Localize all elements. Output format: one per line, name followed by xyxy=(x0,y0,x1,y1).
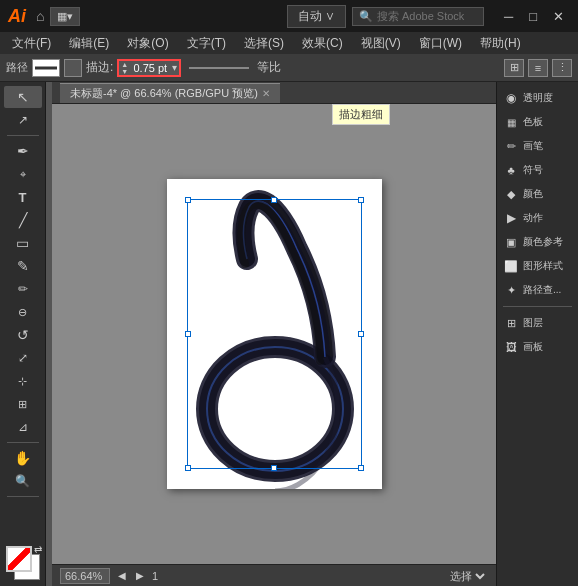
menu-text[interactable]: 文字(T) xyxy=(179,33,234,54)
select-mode[interactable]: 选择 xyxy=(446,569,488,583)
tool-paintbrush[interactable]: ✎ xyxy=(4,255,42,277)
handle-tm[interactable] xyxy=(271,197,277,203)
brush-label: 画笔 xyxy=(523,139,543,153)
panel-layers[interactable]: ⊞ 图层 xyxy=(497,311,578,335)
tool-shaper[interactable]: ⊹ xyxy=(4,370,42,392)
tool-symbol[interactable]: ⊞ xyxy=(4,393,42,415)
zoom-level[interactable]: 66.64% xyxy=(60,568,110,584)
swatches-label: 色板 xyxy=(523,115,543,129)
panel-artboards[interactable]: 🖼 画板 xyxy=(497,335,578,359)
maximize-button[interactable]: □ xyxy=(523,9,543,24)
menu-file[interactable]: 文件(F) xyxy=(4,33,59,54)
home-icon[interactable]: ⌂ xyxy=(36,8,44,24)
layers-label: 图层 xyxy=(523,316,543,330)
tool-line[interactable]: ╱ xyxy=(4,209,42,231)
swap-colors-icon[interactable]: ⇄ xyxy=(34,544,42,555)
panel-colorguide[interactable]: ▣ 颜色参考 xyxy=(497,230,578,254)
handle-ml[interactable] xyxy=(185,331,191,337)
artboard xyxy=(167,179,382,489)
color-boxes[interactable]: ⇄ xyxy=(4,544,42,582)
canvas-white[interactable] xyxy=(52,104,496,564)
handle-tr[interactable] xyxy=(358,197,364,203)
symbol-label: 符号 xyxy=(523,163,543,177)
stroke-label: 描边: xyxy=(86,59,113,76)
tool-eraser[interactable]: ⊖ xyxy=(4,301,42,323)
menu-select[interactable]: 选择(S) xyxy=(236,33,292,54)
minimize-button[interactable]: ─ xyxy=(498,9,519,24)
panel-color[interactable]: ◆ 颜色 xyxy=(497,182,578,206)
menu-view[interactable]: 视图(V) xyxy=(353,33,409,54)
canvas-area[interactable]: 未标题-4* @ 66.64% (RGB/GPU 预览) ✕ 描边粗细 xyxy=(52,82,496,586)
panel-transparency[interactable]: ◉ 透明度 xyxy=(497,86,578,110)
handle-mr[interactable] xyxy=(358,331,364,337)
zoom-up-arrow[interactable]: ▶ xyxy=(134,570,146,581)
brush-icon: ✏ xyxy=(503,138,519,154)
menu-window[interactable]: 窗口(W) xyxy=(411,33,470,54)
stroke-dropdown-arrow[interactable]: ▾ xyxy=(172,62,177,73)
doc-tab-close[interactable]: ✕ xyxy=(262,88,270,99)
line-style-preview xyxy=(189,67,249,69)
right-panel: ◉ 透明度 ▦ 色板 ✏ 画笔 ♣ 符号 ◆ 颜色 ▶ 动作 ▣ 颜色参考 ⬜ xyxy=(496,82,578,586)
fill-box[interactable] xyxy=(64,59,82,77)
number-six-svg xyxy=(167,179,382,489)
zoom-down-arrow[interactable]: ◀ xyxy=(116,570,128,581)
handle-br[interactable] xyxy=(358,465,364,471)
fill-color-box[interactable] xyxy=(6,546,32,572)
panel-pathfinder[interactable]: ✦ 路径查... xyxy=(497,278,578,302)
transparency-label: 透明度 xyxy=(523,91,553,105)
auto-dropdown[interactable]: 自动 ∨ xyxy=(287,5,346,28)
path-label: 路径 xyxy=(6,60,28,75)
tool-zoom[interactable]: 🔍 xyxy=(4,470,42,492)
panel-divider xyxy=(503,306,572,307)
tool-scale[interactable]: ⤢ xyxy=(4,347,42,369)
tool-hand[interactable]: ✋ xyxy=(4,447,42,469)
graphicstyle-label: 图形样式 xyxy=(523,259,563,273)
ai-logo: Ai xyxy=(8,6,26,27)
search-input[interactable] xyxy=(377,10,477,22)
equal-label: 等比 xyxy=(257,59,281,76)
page-number: 1 xyxy=(152,570,158,582)
panel-swatches[interactable]: ▦ 色板 xyxy=(497,110,578,134)
status-bar: 66.64% ◀ ▶ 1 选择 xyxy=(52,564,496,586)
swatches-icon: ▦ xyxy=(503,114,519,130)
panel-symbol[interactable]: ♣ 符号 xyxy=(497,158,578,182)
stroke-spinner[interactable]: ▲ ▼ ▾ xyxy=(117,59,181,77)
tool-curvature[interactable]: ⌖ xyxy=(4,163,42,185)
colorguide-label: 颜色参考 xyxy=(523,235,563,249)
panel-actions[interactable]: ▶ 动作 xyxy=(497,206,578,230)
tool-graph[interactable]: ⊿ xyxy=(4,416,42,438)
menu-edit[interactable]: 编辑(E) xyxy=(61,33,117,54)
menu-effect[interactable]: 效果(C) xyxy=(294,33,351,54)
stroke-color-preview[interactable] xyxy=(32,59,60,77)
tool-pencil[interactable]: ✏ xyxy=(4,278,42,300)
panel-graphicstyle[interactable]: ⬜ 图形样式 xyxy=(497,254,578,278)
actions-icon: ▶ xyxy=(503,210,519,226)
handle-bm[interactable] xyxy=(271,465,277,471)
svg-point-3 xyxy=(230,367,320,451)
menu-help[interactable]: 帮助(H) xyxy=(472,33,529,54)
tool-rect[interactable]: ▭ xyxy=(4,232,42,254)
doc-tab-item[interactable]: 未标题-4* @ 66.64% (RGB/GPU 预览) ✕ xyxy=(60,83,280,103)
tool-select[interactable]: ↖ xyxy=(4,86,42,108)
window-controls: ─ □ ✕ xyxy=(498,9,570,24)
panel-icon-btn1[interactable]: ⊞ xyxy=(504,59,524,77)
layout-icon[interactable]: ▦▾ xyxy=(50,7,80,26)
tool-direct-select[interactable]: ↗ xyxy=(4,109,42,131)
handle-bl[interactable] xyxy=(185,465,191,471)
search-icon: 🔍 xyxy=(359,10,373,23)
pathfinder-icon: ✦ xyxy=(503,282,519,298)
menu-object[interactable]: 对象(O) xyxy=(119,33,176,54)
graphicstyle-icon: ⬜ xyxy=(503,258,519,274)
handle-tl[interactable] xyxy=(185,197,191,203)
menu-bar: 文件(F) 编辑(E) 对象(O) 文字(T) 选择(S) 效果(C) 视图(V… xyxy=(0,32,578,54)
panel-brush[interactable]: ✏ 画笔 xyxy=(497,134,578,158)
panel-icon-btn3[interactable]: ⋮ xyxy=(552,59,572,77)
stroke-value-input[interactable] xyxy=(130,62,170,74)
color-label: 颜色 xyxy=(523,187,543,201)
panel-icon-btn2[interactable]: ≡ xyxy=(528,59,548,77)
close-button[interactable]: ✕ xyxy=(547,9,570,24)
tool-pen[interactable]: ✒ xyxy=(4,140,42,162)
doc-tab-title: 未标题-4* @ 66.64% (RGB/GPU 预览) xyxy=(70,86,258,101)
tool-type[interactable]: T xyxy=(4,186,42,208)
tool-rotate[interactable]: ↺ xyxy=(4,324,42,346)
